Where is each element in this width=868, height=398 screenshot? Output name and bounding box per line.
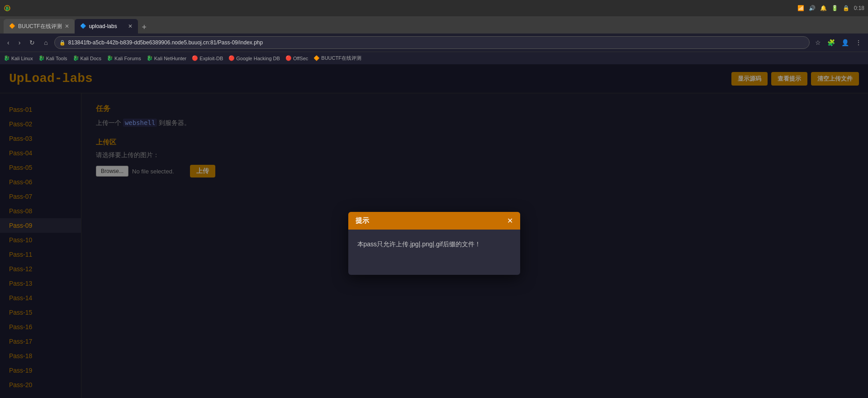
home-button[interactable]: ⌂	[41, 37, 50, 48]
bookmark-offsec[interactable]: 🔴 OffSec	[285, 55, 308, 61]
bookmarks-bar: 🐉 Kali Linux 🐉 Kali Tools 🐉 Kali Docs 🐉 …	[0, 52, 868, 64]
tab-upload-label: upload-labs	[89, 23, 117, 29]
bookmark-kali-docs[interactable]: 🐉 Kali Docs	[73, 55, 101, 61]
modal-header: 提示 ✕	[348, 212, 520, 230]
bookmark-kali-linux[interactable]: 🐉 Kali Linux	[4, 55, 33, 61]
modal-body: 本pass只允许上传.jpg|.png|.gif后缀的文件！	[348, 230, 520, 275]
modal-overlay: 提示 ✕ 本pass只允许上传.jpg|.png|.gif后缀的文件！	[0, 64, 868, 398]
page-wrapper: UpLoad-labs 显示源码 查看提示 清空上传文件 Pass-01 Pas…	[0, 64, 868, 398]
modal-close-button[interactable]: ✕	[507, 217, 513, 225]
new-tab-button[interactable]: +	[138, 21, 151, 34]
address-text: 813841fb-a5cb-442b-b839-dd5be6389906.nod…	[68, 39, 263, 46]
bookmark-icon[interactable]: ☆	[813, 37, 823, 48]
lock-icon: 🔒	[843, 5, 849, 11]
modal-title: 提示	[356, 216, 369, 225]
extensions-icon[interactable]: 🧩	[825, 37, 837, 48]
tab-buuctf-favicon: 🔶	[9, 23, 15, 29]
forward-button[interactable]: ›	[16, 37, 24, 48]
titlebar-icons: 🐉	[4, 5, 11, 12]
address-bar[interactable]: 🔒 813841fb-a5cb-442b-b839-dd5be6389906.n…	[54, 36, 810, 49]
tab-buuctf[interactable]: 🔶 BUUCTF在线评测 ✕	[4, 19, 75, 34]
modal-dialog: 提示 ✕ 本pass只允许上传.jpg|.png|.gif后缀的文件！	[348, 212, 520, 275]
browser-titlebar: 🐉 📶 🔊 🔔 🔋 🔒 0:18	[0, 0, 868, 16]
bookmark-buuctf[interactable]: 🔶 BUUCTF在线评测	[313, 55, 361, 62]
tab-bar: 🔶 BUUCTF在线评测 ✕ 🔷 upload-labs ✕ +	[0, 16, 868, 34]
battery-icon: 🔋	[831, 5, 838, 11]
svg-text:🐉: 🐉	[5, 6, 10, 11]
refresh-button[interactable]: ↻	[27, 37, 38, 48]
menu-icon[interactable]: ⋮	[854, 37, 863, 48]
modal-message: 本pass只允许上传.jpg|.png|.gif后缀的文件！	[357, 240, 511, 249]
browser-toolbar: ‹ › ↻ ⌂ 🔒 813841fb-a5cb-442b-b839-dd5be6…	[0, 34, 868, 52]
app-menu-icon[interactable]: 🐉	[4, 5, 11, 12]
profile-icon[interactable]: 👤	[840, 37, 851, 48]
back-button[interactable]: ‹	[5, 37, 12, 48]
tab-upload-favicon: 🔷	[80, 23, 86, 29]
bookmark-exploit-db[interactable]: 🔴 Exploit-DB	[192, 55, 223, 61]
address-lock-icon: 🔒	[59, 40, 66, 46]
bookmark-kali-nethunter[interactable]: 🐉 Kali NetHunter	[147, 55, 187, 61]
bookmark-google-hacking[interactable]: 🔴 Google Hacking DB	[228, 55, 280, 61]
bookmark-kali-tools[interactable]: 🐉 Kali Tools	[38, 55, 67, 61]
system-time: 0:18	[854, 5, 864, 11]
browser-chrome: 🐉 📶 🔊 🔔 🔋 🔒 0:18 🔶 BUUCTF在线评测 ✕ 🔷 upload…	[0, 0, 868, 64]
tab-buuctf-label: BUUCTF在线评测	[18, 23, 62, 30]
signal-icon: 📶	[797, 5, 804, 11]
tab-upload-close[interactable]: ✕	[128, 23, 133, 29]
bookmark-kali-forums[interactable]: 🐉 Kali Forums	[107, 55, 141, 61]
tab-buuctf-close[interactable]: ✕	[65, 23, 69, 29]
notification-icon: 🔔	[820, 5, 827, 11]
toolbar-actions: ☆ 🧩 👤 ⋮	[813, 37, 863, 48]
tab-upload-labs[interactable]: 🔷 upload-labs ✕	[75, 19, 138, 34]
audio-icon: 🔊	[809, 5, 816, 11]
